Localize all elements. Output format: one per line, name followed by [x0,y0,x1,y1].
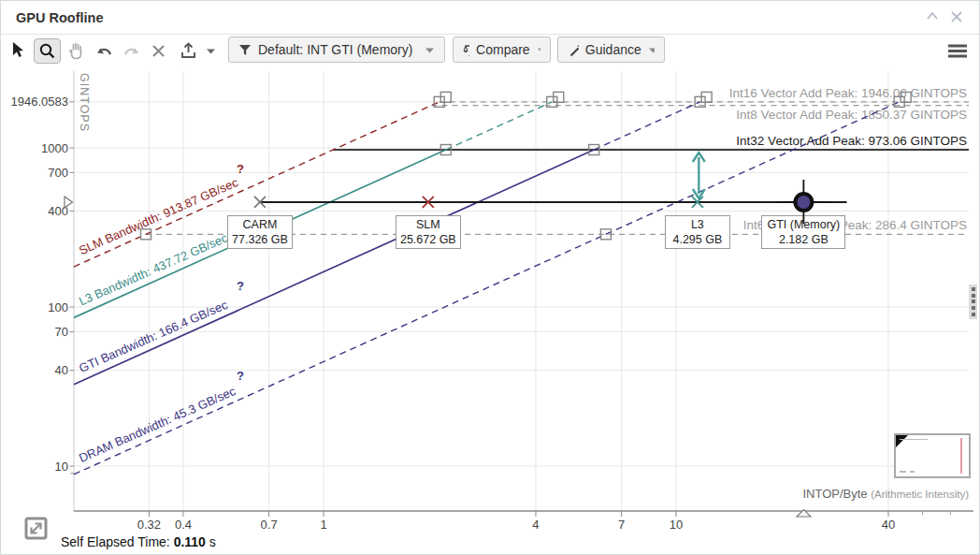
expand-icon [24,517,48,540]
x-tick-label: 40 [882,518,895,532]
memory-level-callout: SLM25.672 GB [396,215,461,249]
hand-icon [66,40,87,61]
x-tick-label: 0.7 [261,518,278,532]
callout-traffic-value: 25.672 GB [396,232,460,247]
minimap-mark [900,471,906,473]
cursor-icon [10,41,27,60]
titlebar: GPU Roofline [1,1,979,35]
clear-button[interactable] [151,38,166,63]
toolbar: Default: INT GTI (Memory) Compare Guidan… [1,35,979,66]
callout-level-name: GTI (Memory) [762,217,844,232]
memory-roof-label: DRAM Bandwidth: 45.3 GB/sec [77,384,238,465]
gpu-roofline-panel: 0.320.40.714710401946.058310007004001007… [0,0,980,555]
page-title: GPU Roofline [16,10,103,25]
filter-icon [238,44,252,56]
redo-icon [122,42,141,59]
hamburger-menu-icon [947,43,968,59]
x-tick-label: 1 [320,518,326,532]
callout-traffic-value: 4.295 GB [666,232,729,247]
y-axis-title: GINTOPS [78,73,91,132]
guidance-dropdown[interactable]: Guidance [557,37,665,63]
pan-tool-button[interactable] [66,38,87,63]
help-icon[interactable]: ? [237,162,244,176]
compare-scales-icon [463,42,469,58]
x-axis-title: INTOP/Byte (Arithmetic Intensity) [802,487,969,501]
callout-level-name: CARM [228,217,292,232]
close-button[interactable] [949,9,966,26]
y-tick-label: 70 [55,325,68,339]
y-tick-label: 100 [48,300,68,314]
filter-dropdown[interactable]: Default: INT GTI (Memory) [228,37,445,63]
elapsed-time-unit: s [209,534,216,549]
export-icon [179,41,198,60]
memory-roof-label: GTI Bandwidth: 166.4 GB/sec [77,298,230,375]
select-tool-button[interactable] [10,38,27,63]
elapsed-time-value: 0.110 [174,534,206,549]
callout-level-name: SLM [396,217,460,232]
caret-down-icon [425,46,435,54]
compare-dropdown-label: Compare [476,42,530,57]
callout-traffic-value: 2.182 GB [762,232,844,247]
undo-icon [94,42,113,59]
memory-level-callout: L34.295 GB [665,215,730,249]
elapsed-time-status: Self Elapsed Time: 0.110 s [61,534,216,549]
close-icon [949,9,964,24]
minimap-mark [900,439,928,440]
x-tick-label: 10 [670,518,683,532]
roofline-plot[interactable]: 0.320.40.714710401946.058310007004001007… [1,1,980,555]
help-icon[interactable]: ? [237,369,244,383]
x-tick-label: 4 [532,518,539,532]
caret-down-icon [648,46,655,54]
guidance-dropdown-label: Guidance [585,42,641,57]
x-tick-label: 0.32 [137,518,161,532]
collapse-button[interactable] [925,9,942,26]
compute-roof-label: Int32 Vector Add Peak: 973.06 GINTOPS [736,134,967,148]
zoom-tool-button[interactable] [34,38,61,63]
help-icon[interactable]: ? [237,279,244,293]
export-button[interactable] [179,38,198,63]
callout-traffic-value: 77.326 GB [228,232,292,247]
caret-down-icon [206,47,216,55]
filter-dropdown-label: Default: INT GTI (Memory) [258,42,412,57]
memory-level-callout: GTI (Memory)2.182 GB [761,215,845,249]
guidance-wand-icon [568,42,579,58]
y-tick-label: 10 [55,460,68,474]
y-axis-indicator-triangle [65,197,73,208]
caret-down-icon [537,46,540,54]
zoom-tool-selected-box [34,38,61,64]
elapsed-time-label: Self Elapsed Time: [61,534,170,549]
y-tick-label: 1000 [41,141,68,155]
compute-roof-label: Int16 Vector Add Peak: 1946.06 GINTOPS [729,86,967,100]
compare-dropdown[interactable]: Compare [453,37,551,63]
y-tick-label: 1946.0583 [11,95,68,109]
minimap-corner-triangle [896,435,908,447]
expand-chart-button[interactable] [24,517,48,544]
memory-roof-line-dashed [74,102,900,475]
magnifier-icon [38,42,56,60]
minimap-mark [910,471,915,473]
undo-button[interactable] [94,38,113,63]
memory-roof-line-dashed [594,102,699,150]
memory-level-callout: CARM77.326 GB [227,215,293,249]
callout-level-name: L3 [666,217,729,232]
menu-button[interactable] [947,38,968,63]
minimap-highlight-line [960,438,962,474]
compute-roof-label: Int8 Vector Add Peak: 1850.37 GINTOPS [736,108,967,122]
minimap-overview[interactable] [894,433,971,478]
x-tick-label: 7 [618,518,625,532]
export-menu-caret[interactable] [206,38,216,63]
panel-resize-grabber[interactable] [969,285,977,319]
cancel-icon [151,43,166,59]
chevron-up-icon [925,9,940,24]
y-tick-label: 40 [55,363,68,377]
x-tick-label: 0.4 [175,518,192,532]
redo-button[interactable] [122,38,141,63]
y-tick-label: 700 [48,166,68,180]
